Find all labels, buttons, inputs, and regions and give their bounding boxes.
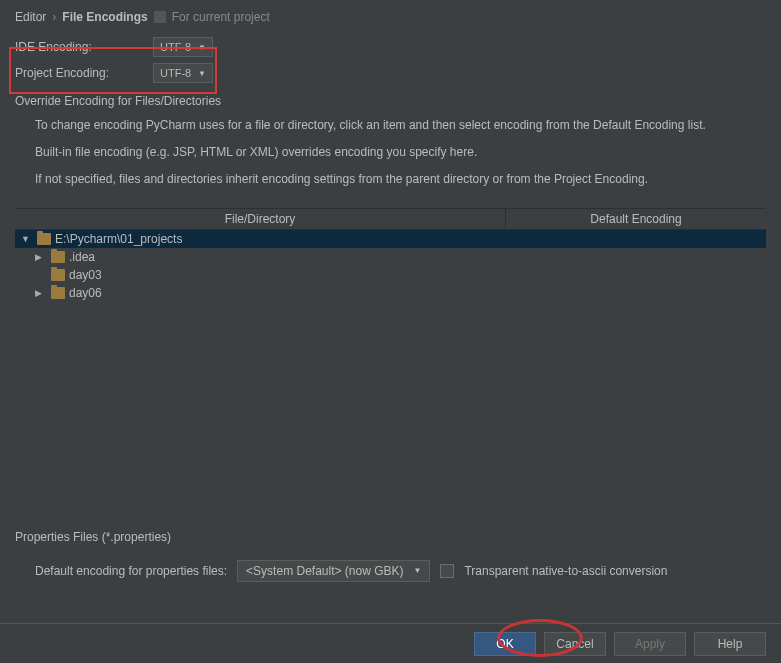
- properties-section-title: Properties Files (*.properties): [15, 530, 766, 544]
- tree-row-day06[interactable]: ▶ day06: [15, 284, 766, 302]
- transparent-conversion-checkbox[interactable]: [440, 564, 454, 578]
- tree-label: E:\Pycharm\01_projects: [55, 232, 182, 246]
- tree-row-day03[interactable]: ▶ day03: [15, 266, 766, 284]
- expand-icon[interactable]: ▶: [35, 252, 47, 262]
- tree-row-root[interactable]: ▼ E:\Pycharm\01_projects: [15, 230, 766, 248]
- breadcrumb-separator: ›: [52, 10, 56, 24]
- breadcrumb-scope: For current project: [172, 10, 270, 24]
- desc-line-3: If not specified, files and directories …: [35, 170, 766, 189]
- override-section-title: Override Encoding for Files/Directories: [0, 86, 781, 112]
- properties-encoding-value: <System Default> (now GBK): [246, 564, 403, 578]
- apply-button[interactable]: Apply: [614, 632, 686, 656]
- help-button[interactable]: Help: [694, 632, 766, 656]
- breadcrumb: Editor › File Encodings For current proj…: [0, 0, 781, 34]
- column-file-directory[interactable]: File/Directory: [15, 209, 506, 229]
- chevron-down-icon: ▼: [198, 43, 206, 52]
- desc-line-2: Built-in file encoding (e.g. JSP, HTML o…: [35, 143, 766, 162]
- project-encoding-label: Project Encoding:: [15, 66, 145, 80]
- expand-icon[interactable]: ▶: [35, 288, 47, 298]
- expand-icon[interactable]: ▼: [21, 234, 33, 244]
- tree-label: day06: [69, 286, 102, 300]
- properties-encoding-label: Default encoding for properties files:: [35, 564, 227, 578]
- tree-label: day03: [69, 268, 102, 282]
- breadcrumb-current: File Encodings: [62, 10, 147, 24]
- tree-row-idea[interactable]: ▶ .idea: [15, 248, 766, 266]
- chevron-down-icon: ▼: [198, 69, 206, 78]
- ok-button[interactable]: OK: [474, 632, 536, 656]
- tree-label: .idea: [69, 250, 95, 264]
- folder-icon: [51, 269, 65, 281]
- project-encoding-value: UTF-8: [160, 67, 191, 79]
- override-description: To change encoding PyCharm uses for a fi…: [0, 112, 781, 202]
- ide-encoding-dropdown[interactable]: UTF-8 ▼: [153, 37, 213, 57]
- ide-encoding-label: IDE Encoding:: [15, 40, 145, 54]
- breadcrumb-parent[interactable]: Editor: [15, 10, 46, 24]
- folder-icon: [37, 233, 51, 245]
- file-tree: File/Directory Default Encoding ▼ E:\Pyc…: [15, 208, 766, 518]
- ide-encoding-value: UTF-8: [160, 41, 191, 53]
- dialog-footer: OK Cancel Apply Help: [0, 623, 781, 663]
- column-default-encoding[interactable]: Default Encoding: [506, 209, 766, 229]
- folder-icon: [51, 287, 65, 299]
- cancel-button[interactable]: Cancel: [544, 632, 606, 656]
- tree-body[interactable]: ▼ E:\Pycharm\01_projects ▶ .idea ▶ day03…: [15, 230, 766, 510]
- chevron-down-icon: ▼: [414, 566, 422, 575]
- project-encoding-dropdown[interactable]: UTF-8 ▼: [153, 63, 213, 83]
- desc-line-1: To change encoding PyCharm uses for a fi…: [35, 116, 766, 135]
- properties-encoding-dropdown[interactable]: <System Default> (now GBK) ▼: [237, 560, 430, 582]
- transparent-conversion-label: Transparent native-to-ascii conversion: [464, 564, 667, 578]
- project-scope-icon: [154, 11, 166, 23]
- folder-icon: [51, 251, 65, 263]
- tree-header: File/Directory Default Encoding: [15, 209, 766, 230]
